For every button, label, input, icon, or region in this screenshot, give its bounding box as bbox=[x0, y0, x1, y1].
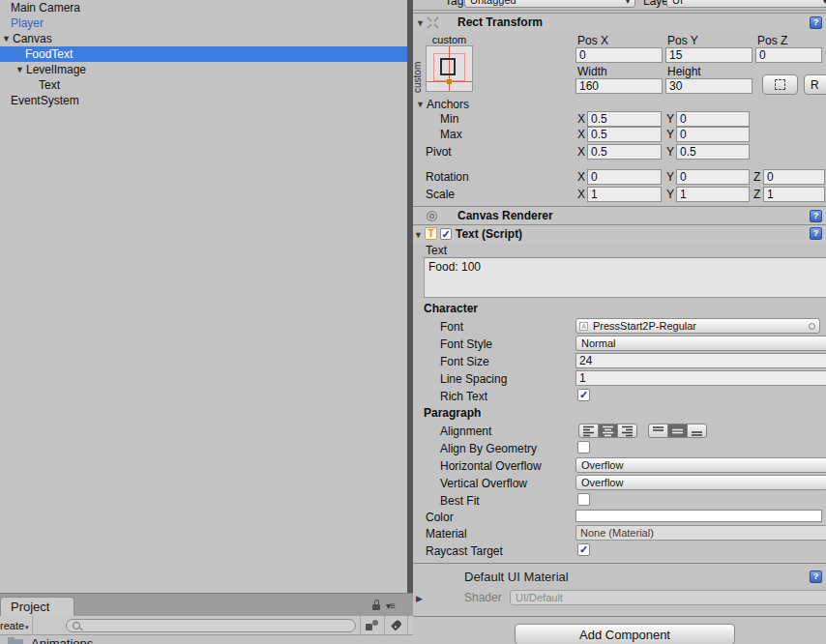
x-prefix: X bbox=[577, 169, 585, 185]
width-field[interactable]: 160 bbox=[575, 78, 663, 94]
font-size-field[interactable]: 24 bbox=[575, 353, 826, 368]
folder-label: Animations bbox=[31, 636, 93, 644]
create-button[interactable]: reate bbox=[0, 618, 24, 633]
help-icon[interactable]: ? bbox=[810, 571, 822, 583]
dropdown-arrow-icon: ▾ bbox=[626, 0, 630, 8]
hierarchy-panel: Main Camera Player ▼ Canvas FoodText ▼ L… bbox=[0, 0, 407, 593]
foldout-open-icon[interactable]: ▼ bbox=[416, 99, 425, 110]
best-fit-label: Best Fit bbox=[440, 493, 480, 509]
anchor-preset-button[interactable] bbox=[426, 45, 473, 92]
horizontal-overflow-dropdown[interactable]: Overflow bbox=[575, 457, 826, 473]
raycast-target-checkbox[interactable]: ✓ bbox=[577, 543, 590, 556]
dropdown-arrow-icon[interactable]: ▾ bbox=[25, 622, 29, 633]
foldout-open-icon[interactable]: ▼ bbox=[416, 17, 425, 29]
pivot-y-field[interactable]: 0.5 bbox=[676, 144, 750, 160]
search-by-type-icon[interactable] bbox=[366, 620, 379, 631]
help-icon[interactable]: ? bbox=[810, 16, 822, 29]
project-toolbar: reate ▾ bbox=[0, 616, 413, 635]
align-bottom-button[interactable] bbox=[687, 424, 707, 438]
panel-menu-icon[interactable]: ▾≡ bbox=[386, 600, 395, 611]
foldout-open-icon[interactable]: ▼ bbox=[414, 229, 423, 241]
hierarchy-item-text[interactable]: Text bbox=[0, 77, 407, 93]
hierarchy-item-eventsystem[interactable]: EventSystem bbox=[0, 93, 407, 108]
vertical-overflow-dropdown[interactable]: Overflow bbox=[575, 475, 826, 490]
material-preview-header[interactable]: Default UI Material ? bbox=[413, 567, 826, 588]
material-label: Material bbox=[426, 526, 467, 542]
text-value-textarea[interactable]: Food: 100 bbox=[424, 257, 826, 298]
project-content: Animations bbox=[0, 635, 413, 644]
paragraph-section-header: Paragraph bbox=[424, 405, 481, 421]
object-picker-icon[interactable] bbox=[809, 323, 815, 330]
add-component-button[interactable]: Add Component bbox=[515, 624, 735, 644]
pos-x-field[interactable]: 0 bbox=[575, 47, 663, 63]
search-by-label-icon[interactable] bbox=[391, 619, 402, 630]
align-center-icon bbox=[600, 424, 616, 437]
foldout-open-icon[interactable]: ▼ bbox=[15, 62, 24, 77]
align-top-button[interactable] bbox=[648, 424, 668, 438]
rect-transform-header[interactable]: ▼ Rect Transform ? bbox=[413, 13, 826, 32]
help-icon[interactable]: ? bbox=[810, 227, 822, 240]
pivot-x-field[interactable]: 0.5 bbox=[587, 144, 662, 160]
check-icon: ✓ bbox=[441, 229, 451, 240]
rotation-z-field[interactable]: 0 bbox=[763, 169, 825, 185]
foldout-open-icon[interactable]: ▼ bbox=[2, 31, 11, 46]
y-prefix: Y bbox=[666, 144, 674, 160]
align-left-button[interactable] bbox=[578, 424, 599, 438]
help-icon[interactable]: ? bbox=[810, 210, 822, 222]
line-spacing-field[interactable]: 1 bbox=[575, 370, 826, 386]
anchors-min-y-field[interactable]: 0 bbox=[676, 111, 750, 127]
align-middle-button[interactable] bbox=[667, 424, 688, 438]
color-swatch[interactable] bbox=[575, 510, 822, 522]
pos-y-field[interactable]: 15 bbox=[665, 47, 752, 63]
scale-y-field[interactable]: 1 bbox=[676, 187, 750, 202]
search-field[interactable] bbox=[66, 619, 356, 632]
align-bottom-icon bbox=[689, 424, 705, 437]
tag-dropdown[interactable]: Untagged ▾ bbox=[464, 0, 635, 8]
hierarchy-item-main-camera[interactable]: Main Camera bbox=[0, 0, 407, 15]
anchor-pivot-dot bbox=[447, 79, 452, 84]
tab-project[interactable]: Project bbox=[0, 597, 74, 617]
toolbar-divider bbox=[32, 616, 33, 635]
material-object-field[interactable]: None (Material) bbox=[575, 525, 826, 541]
anchors-max-x-field[interactable]: 0.5 bbox=[587, 127, 662, 142]
layer-dropdown[interactable]: UI ▾ bbox=[666, 0, 826, 8]
height-field[interactable]: 30 bbox=[665, 78, 752, 94]
text-component-icon: T bbox=[425, 227, 437, 240]
scale-z-field[interactable]: 1 bbox=[763, 187, 825, 202]
project-panel: Project ▾≡ reate ▾ Animations bbox=[0, 593, 413, 644]
pos-y-label: Pos Y bbox=[667, 33, 698, 48]
raw-edit-mode-button[interactable]: R bbox=[804, 74, 826, 95]
align-center-button[interactable] bbox=[598, 424, 618, 438]
align-by-geometry-checkbox[interactable] bbox=[577, 441, 590, 454]
text-script-header[interactable]: ▼ T ✓ Text (Script) ? bbox=[413, 224, 826, 243]
shader-dropdown[interactable]: UI/Default bbox=[510, 590, 826, 605]
hierarchy-item-canvas[interactable]: ▼ Canvas bbox=[0, 31, 407, 46]
hierarchy-item-foodtext-selected[interactable]: FoodText bbox=[0, 46, 407, 62]
anchor-preset-label-side: custom bbox=[413, 48, 423, 93]
font-object-field[interactable]: A PressStart2P-Regular bbox=[575, 318, 820, 334]
anchors-max-y-field[interactable]: 0 bbox=[676, 127, 750, 142]
lock-icon[interactable] bbox=[372, 604, 380, 610]
align-right-icon bbox=[619, 424, 635, 437]
hierarchy-item-player[interactable]: Player bbox=[0, 15, 407, 31]
align-right-button[interactable] bbox=[617, 424, 637, 438]
rich-text-checkbox[interactable]: ✓ bbox=[577, 389, 590, 401]
tag-layer-row: Tag Untagged ▾ Layer UI ▾ bbox=[413, 0, 826, 11]
rotation-y-field[interactable]: 0 bbox=[676, 169, 750, 185]
blueprint-mode-button[interactable] bbox=[762, 74, 798, 95]
pivot-label: Pivot bbox=[426, 144, 452, 160]
anchors-min-x-field[interactable]: 0.5 bbox=[587, 111, 662, 127]
hierarchy-item-levelimage[interactable]: ▼ LevelImage bbox=[0, 62, 407, 77]
font-style-dropdown[interactable]: Normal bbox=[575, 336, 826, 351]
component-enabled-checkbox[interactable]: ✓ bbox=[440, 228, 452, 240]
raycast-target-label: Raycast Target bbox=[426, 543, 503, 559]
best-fit-checkbox[interactable] bbox=[577, 493, 590, 506]
pos-z-field[interactable]: 0 bbox=[755, 47, 822, 63]
rotation-x-field[interactable]: 0 bbox=[587, 169, 662, 185]
foldout-closed-icon[interactable]: ▶ bbox=[416, 593, 423, 604]
x-prefix: X bbox=[577, 127, 585, 142]
project-folder-row[interactable]: Animations bbox=[0, 636, 413, 644]
canvas-renderer-header[interactable]: Canvas Renderer ? bbox=[413, 206, 826, 225]
search-input[interactable] bbox=[84, 620, 349, 632]
scale-x-field[interactable]: 1 bbox=[587, 187, 662, 202]
